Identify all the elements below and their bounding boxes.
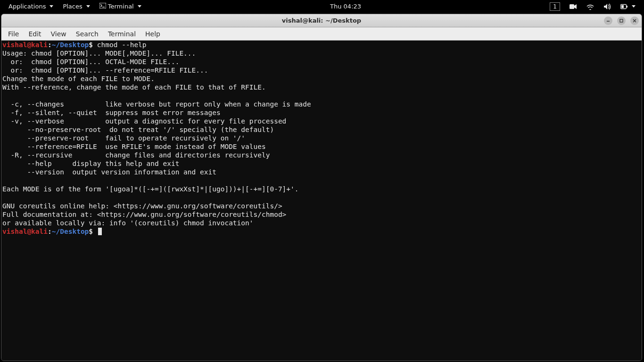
active-app-menu[interactable]: Terminal (95, 0, 146, 13)
menu-file[interactable]: File (3, 27, 24, 41)
videorec-icon[interactable] (565, 0, 582, 13)
svg-rect-4 (627, 6, 627, 8)
menu-terminal[interactable]: Terminal (103, 27, 140, 41)
svg-rect-0 (99, 3, 106, 8)
svg-rect-7 (620, 19, 623, 22)
applications-menu[interactable]: Applications (4, 0, 58, 13)
battery-icon[interactable] (616, 0, 640, 13)
terminal-cursor (98, 228, 102, 235)
workspace-badge: 1 (550, 2, 560, 11)
clock-label: Thu 04:23 (330, 3, 361, 10)
terminal-window: vishal@kali: ~/Desktop File Edit View Se… (1, 14, 642, 361)
gnome-topbar: Applications Places Terminal Thu 04:23 1 (0, 0, 644, 13)
topbar-left: Applications Places Terminal (4, 0, 146, 13)
svg-rect-2 (570, 4, 574, 9)
topbar-right: 1 (545, 0, 640, 13)
close-button[interactable] (630, 16, 639, 25)
volume-icon[interactable] (599, 0, 616, 13)
window-titlebar[interactable]: vishal@kali: ~/Desktop (1, 14, 642, 27)
menu-edit[interactable]: Edit (24, 27, 46, 41)
menu-search[interactable]: Search (71, 27, 103, 41)
menu-help[interactable]: Help (140, 27, 165, 41)
active-app-label: Terminal (108, 3, 134, 10)
caret-down-icon (138, 5, 141, 8)
workspace-indicator[interactable]: 1 (545, 0, 565, 13)
terminal-icon (99, 3, 106, 10)
places-menu[interactable]: Places (58, 0, 94, 13)
caret-down-icon (86, 5, 90, 8)
applications-label: Applications (8, 3, 46, 10)
svg-rect-5 (621, 5, 624, 8)
network-icon[interactable] (582, 0, 599, 13)
menu-view[interactable]: View (46, 27, 71, 41)
terminal-body[interactable]: vishal@kali:~/Desktop$ chmod --helpUsage… (1, 41, 642, 361)
window-controls (604, 16, 639, 25)
caret-down-icon (632, 5, 636, 8)
topbar-clock[interactable]: Thu 04:23 (146, 3, 545, 10)
terminal-menubar: File Edit View Search Terminal Help (1, 27, 642, 41)
maximize-button[interactable] (617, 16, 626, 25)
caret-down-icon (50, 5, 53, 8)
minimize-button[interactable] (604, 16, 612, 25)
window-title: vishal@kali: ~/Desktop (1, 17, 642, 24)
places-label: Places (63, 3, 82, 10)
